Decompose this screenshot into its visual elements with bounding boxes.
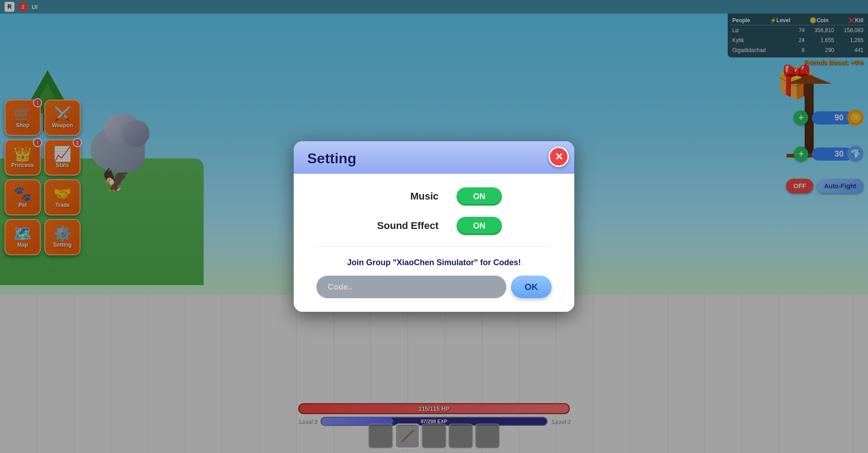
music-label: Music (366, 191, 439, 202)
modal-close-button[interactable]: ✕ (548, 147, 569, 167)
promo-text: Join Group "XiaoChen Simulator" for Code… (316, 258, 552, 267)
music-row: Music ON (316, 187, 552, 205)
music-toggle[interactable]: ON (457, 187, 502, 205)
code-row: OK (316, 276, 552, 298)
divider (316, 246, 552, 247)
setting-modal: ✕ Setting Music ON Sound Effect ON Join … (294, 141, 574, 312)
ok-button[interactable]: OK (511, 276, 552, 298)
sound-effect-label: Sound Effect (366, 220, 439, 232)
code-input[interactable] (316, 276, 506, 298)
modal-body: Music ON Sound Effect ON Join Group "Xia… (294, 174, 574, 312)
modal-title: Setting (307, 150, 561, 167)
modal-header: Setting (294, 141, 574, 174)
sound-effect-row: Sound Effect ON (316, 217, 552, 235)
modal-overlay: ✕ Setting Music ON Sound Effect ON Join … (0, 0, 868, 453)
sound-effect-toggle[interactable]: ON (457, 217, 502, 235)
